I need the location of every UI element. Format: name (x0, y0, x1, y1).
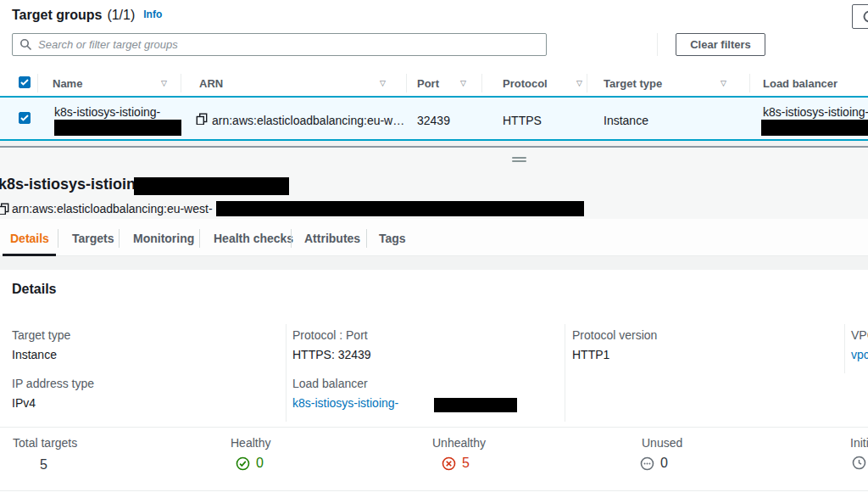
clock-circle-icon (852, 456, 866, 470)
column-header-name[interactable]: Name (53, 77, 82, 90)
stat-label: Total targets (13, 436, 77, 450)
page-title-text: Target groups (12, 8, 102, 22)
redaction-bar (54, 120, 181, 136)
target-groups-page: Target groups(1/1)Info Clear filters Nam… (0, 0, 868, 498)
search-icon (19, 38, 32, 51)
tab-monitoring[interactable]: Monitoring (133, 232, 194, 245)
info-link[interactable]: Info (143, 8, 162, 20)
tab-health-checks[interactable]: Health checks (214, 232, 293, 245)
stat-label: Initial (850, 436, 868, 450)
copy-panel-arn-button[interactable] (0, 203, 9, 217)
check-icon (20, 115, 29, 121)
toolbar-divider (657, 33, 658, 56)
tab-details[interactable]: Details (10, 232, 49, 245)
column-header-target-type[interactable]: Target type (604, 77, 662, 90)
field-label: Load balancer (292, 377, 398, 390)
stat-unused: Unused (642, 436, 682, 450)
page-count: (1/1) (107, 8, 135, 22)
vpc-link[interactable]: vpc (851, 348, 868, 361)
column-divider (406, 74, 407, 92)
search-input[interactable] (38, 38, 539, 51)
row-checkbox[interactable] (19, 112, 31, 124)
field-label: Protocol : Port (292, 328, 371, 342)
tab-divider (291, 229, 292, 248)
tab-divider (58, 229, 58, 248)
refresh-button[interactable] (852, 4, 868, 29)
column-header-arn[interactable]: ARN (199, 77, 223, 90)
redaction-bar (216, 201, 584, 216)
copy-icon (0, 203, 9, 215)
details-card: Details Target type Instance IP address … (0, 270, 868, 498)
column-divider (587, 74, 587, 92)
refresh-icon (862, 9, 868, 24)
field-value: Instance (12, 348, 70, 361)
stat-unhealthy-value: 5 (442, 456, 470, 471)
redaction-bar (434, 398, 517, 412)
clear-filters-button[interactable]: Clear filters (676, 33, 765, 56)
copy-arn-button[interactable] (196, 113, 208, 127)
page-title: Target groups(1/1)Info (12, 8, 162, 23)
sort-icon: ▽ (460, 79, 466, 87)
redaction-bar (761, 120, 868, 136)
tab-tags[interactable]: Tags (379, 232, 406, 245)
field-protocol-port: Protocol : Port HTTPS: 32439 (292, 328, 371, 361)
column-divider (181, 74, 181, 92)
x-circle-icon (442, 456, 456, 471)
field-protocol-version: Protocol version HTTP1 (572, 328, 657, 361)
field-label: IP address type (12, 377, 94, 390)
table-header: Name ▽ ARN ▽ Port ▽ Protocol ▽ Target ty… (0, 71, 868, 96)
column-divider (481, 74, 482, 92)
section-divider (0, 427, 868, 428)
stat-unhealthy: Unhealthy (432, 436, 486, 450)
column-header-load-balancer[interactable]: Load balancer (763, 77, 837, 90)
row-port: 32439 (417, 114, 450, 127)
field-value: IPv4 (12, 396, 94, 410)
field-ip-address-type: IP address type IPv4 (12, 377, 94, 410)
sort-icon: ▽ (576, 79, 582, 87)
field-load-balancer: Load balancer k8s-istiosys-istioing- (292, 377, 398, 410)
column-header-port[interactable]: Port (417, 77, 439, 90)
page-background-gap (0, 256, 868, 270)
field-value: HTTP1 (572, 348, 657, 361)
field-label: Target type (12, 328, 70, 342)
stat-value: 5 (40, 457, 47, 473)
tab-attributes[interactable]: Attributes (304, 232, 360, 245)
tab-divider (366, 229, 367, 248)
tab-targets[interactable]: Targets (72, 232, 114, 245)
stat-unused-value: 0 (640, 456, 668, 471)
stat-label: Unused (642, 436, 682, 450)
row-load-balancer: k8s-istiosys-istioing- (763, 105, 868, 119)
column-divider (565, 324, 565, 422)
redaction-bar (134, 177, 289, 195)
row-arn: arn:aws:elasticloadbalancing:eu-w… (212, 114, 404, 127)
select-all-checkbox[interactable] (19, 76, 31, 88)
stat-total-targets: Total targets (13, 436, 77, 450)
copy-icon (196, 113, 208, 125)
stat-value: 5 (462, 456, 470, 471)
stat-value: 0 (660, 456, 668, 471)
field-label: Protocol version (572, 328, 657, 342)
ellipsis-circle-icon (640, 456, 654, 471)
search-box (12, 33, 547, 56)
stat-initial-value (852, 456, 866, 470)
stat-label: Healthy (231, 436, 270, 450)
stat-healthy-value: 0 (236, 456, 264, 471)
load-balancer-link[interactable]: k8s-istiosys-istioing- (292, 396, 398, 410)
stat-label: Unhealthy (432, 436, 486, 450)
column-divider (844, 324, 845, 373)
stat-total-value: 5 (40, 457, 47, 473)
column-header-protocol[interactable]: Protocol (503, 77, 548, 90)
panel-arn: arn:aws:elasticloadbalancing:eu-west- (12, 202, 213, 215)
sort-icon: ▽ (380, 79, 386, 87)
split-panel-drag-handle[interactable] (512, 157, 526, 164)
row-target-type: Instance (604, 114, 648, 127)
tab-divider (199, 229, 200, 248)
column-divider (286, 324, 287, 422)
column-divider (37, 74, 38, 92)
field-target-type: Target type Instance (12, 328, 70, 361)
field-value: HTTPS: 32439 (292, 348, 371, 361)
check-icon (20, 79, 29, 86)
target-group-name-link[interactable]: k8s-istiosys-istioing- (54, 105, 160, 119)
sort-icon: ▽ (721, 79, 726, 87)
table-row[interactable]: k8s-istiosys-istioing- arn:aws:elasticlo… (0, 96, 868, 141)
